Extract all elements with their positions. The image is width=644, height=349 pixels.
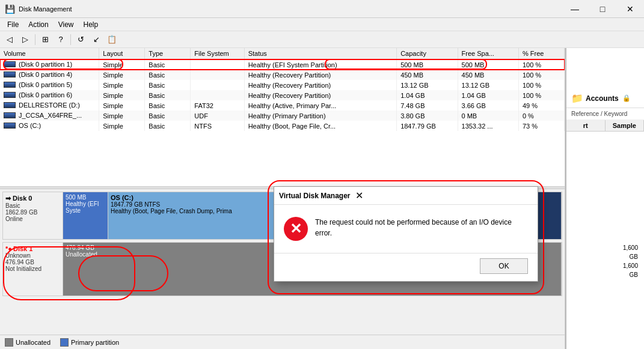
dialog-title-bar: Virtual Disk Manager ✕ (274, 187, 538, 205)
dialog-body: ✕ The request could not be performed bec… (274, 205, 538, 253)
error-icon: ✕ (284, 217, 308, 241)
dialog-ok-button[interactable]: OK (480, 258, 528, 274)
virtual-disk-dialog: Virtual Disk Manager ✕ ✕ The request cou… (274, 186, 538, 282)
dialog-overlay: Virtual Disk Manager ✕ ✕ The request cou… (0, 0, 644, 349)
dialog-close-button[interactable]: ✕ (351, 187, 369, 204)
dialog-message: The request could not be performed becau… (315, 217, 528, 238)
dialog-footer: OK (274, 253, 538, 281)
dialog-title-text: Virtual Disk Manager (279, 192, 351, 200)
